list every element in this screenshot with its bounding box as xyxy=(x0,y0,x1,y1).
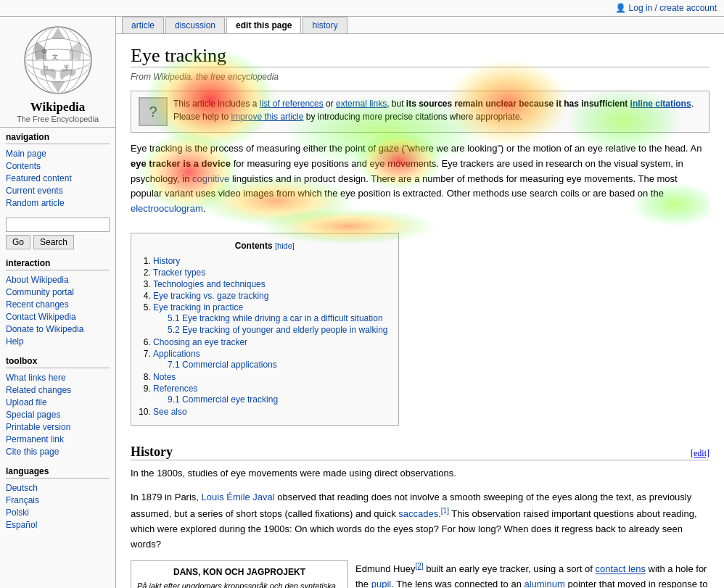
lang-deutsch[interactable]: Deutsch xyxy=(6,483,38,493)
cite-this-page-link[interactable]: Cite this page xyxy=(6,447,59,457)
lang-espanol[interactable]: Español xyxy=(6,520,37,530)
nav-random[interactable]: Random article xyxy=(6,198,65,208)
nav-list: Main page Contents Featured content Curr… xyxy=(6,147,110,209)
toc-box: Contents [hide] History Tracker types Te… xyxy=(131,233,399,426)
toolbox-title: toolbox xyxy=(6,356,110,368)
interaction-list: About Wikipedia Community portal Recent … xyxy=(6,273,110,347)
toc-walking[interactable]: 5.2 Eye tracking of younger and elderly … xyxy=(168,325,388,335)
tab-article[interactable]: article xyxy=(122,17,164,33)
nav-featured[interactable]: Featured content xyxy=(6,173,72,183)
article-intro: Eye tracking is the process of measuring… xyxy=(131,141,709,217)
improve-link[interactable]: improve this article xyxy=(231,112,303,122)
cognitive-link[interactable]: cognitive xyxy=(192,173,229,184)
ref1-link[interactable]: [1] xyxy=(441,507,449,515)
wiki-subtitle: The Free Encyclopedia xyxy=(4,115,112,123)
donate-link[interactable]: Donate to Wikipedia xyxy=(6,324,83,334)
help-link[interactable]: Help xyxy=(6,336,24,347)
toc-tracker-types[interactable]: Tracker types xyxy=(153,268,205,278)
huey-text: Edmund Huey[2] built an early eye tracke… xyxy=(355,560,709,588)
toc-applications[interactable]: Applications xyxy=(153,349,200,359)
svg-text:字: 字 xyxy=(64,65,69,70)
upload-file-link[interactable]: Upload file xyxy=(6,397,47,407)
sidebar: 文 Ω 字 拍 Wikipedia The Free Encyclopedia … xyxy=(0,17,116,588)
nav-item: Random article xyxy=(6,196,110,209)
toc-vs-gaze[interactable]: Eye tracking vs. gaze tracking xyxy=(153,291,268,301)
toc-list: History Tracker types Technologies and t… xyxy=(141,255,388,418)
toolbox-list: What links here Related changes Upload f… xyxy=(6,371,110,457)
javal-link[interactable]: Louis Émile Javal xyxy=(202,492,275,502)
external-links-link[interactable]: external links xyxy=(336,99,387,109)
nav-item: Current events xyxy=(6,184,110,196)
contact-wikipedia-link[interactable]: Contact Wikipedia xyxy=(6,312,76,322)
search-section: Go Search xyxy=(0,213,115,254)
ref2-link[interactable]: [2] xyxy=(415,562,423,570)
history-heading: History xyxy=(131,444,173,460)
go-button[interactable]: Go xyxy=(6,235,30,249)
login-link[interactable]: Log in / create account xyxy=(629,3,717,13)
pupil-link[interactable]: pupil xyxy=(371,579,391,588)
search-input[interactable] xyxy=(6,218,110,232)
about-wikipedia-link[interactable]: About Wikipedia xyxy=(6,275,69,285)
toc-title: Contents [hide] xyxy=(141,241,388,251)
lang-polski[interactable]: Polski xyxy=(6,508,29,518)
bottom-row: DANS, KON OCH JAGPROJEKT På jakt efter u… xyxy=(131,560,709,588)
svg-text:文: 文 xyxy=(52,54,58,60)
swedish-text: På jakt efter ungdomars kroppsspråk och … xyxy=(137,580,342,588)
main-content: article discussion edit this page histor… xyxy=(116,17,724,588)
references-link[interactable]: list of references xyxy=(260,99,324,109)
notice-box: ? This article includes a list of refere… xyxy=(131,91,709,133)
toc-hide[interactable]: [hide] xyxy=(275,241,295,250)
toc-choosing[interactable]: Choosing an eye tracker xyxy=(153,337,247,347)
tab-discussion[interactable]: discussion xyxy=(165,17,225,33)
wiki-globe: 文 Ω 字 拍 xyxy=(22,24,94,96)
what-links-here-link[interactable]: What links here xyxy=(6,373,66,383)
nav-item: Contents xyxy=(6,160,110,172)
languages-section: languages Deutsch Français Polski Españo… xyxy=(0,462,115,535)
saccades-link[interactable]: saccades xyxy=(398,508,438,519)
toc-in-practice[interactable]: Eye tracking in practice xyxy=(153,302,243,312)
swedish-title: DANS, KON OCH JAGPROJEKT xyxy=(137,567,342,577)
interaction-section: interaction About Wikipedia Community po… xyxy=(0,254,115,352)
interaction-title: interaction xyxy=(6,258,110,270)
languages-title: languages xyxy=(6,466,110,479)
tabs-bar: article discussion edit this page histor… xyxy=(116,17,724,34)
recent-changes-link[interactable]: Recent changes xyxy=(6,299,69,310)
community-portal-link[interactable]: Community portal xyxy=(6,287,74,297)
lang-francais[interactable]: Français xyxy=(6,495,39,505)
permanent-link-link[interactable]: Permanent link xyxy=(6,434,64,444)
toc-references[interactable]: References xyxy=(153,384,197,394)
toolbox-section: toolbox What links here Related changes … xyxy=(0,352,115,462)
page-title: Eye tracking xyxy=(131,45,709,67)
toc-technologies[interactable]: Technologies and techniques xyxy=(153,279,266,289)
tab-history[interactable]: history xyxy=(303,17,347,33)
special-pages-link[interactable]: Special pages xyxy=(6,410,60,420)
nav-main-page[interactable]: Main page xyxy=(6,149,46,159)
nav-contents[interactable]: Contents xyxy=(6,161,41,171)
aluminum-link[interactable]: aluminum xyxy=(524,579,564,588)
user-icon: 👤 xyxy=(615,3,626,13)
heatmap-overlay: Eye tracking From Wikipedia, the free en… xyxy=(131,45,709,588)
notice-text: This article includes a list of referenc… xyxy=(173,97,702,123)
nav-item: Featured content xyxy=(6,172,110,184)
toc-history[interactable]: History xyxy=(153,256,180,266)
toc-notes[interactable]: Notes xyxy=(153,372,176,382)
nav-section: navigation Main page Contents Featured c… xyxy=(0,128,115,213)
inline-citations-link[interactable]: inline citations xyxy=(630,99,691,109)
toc-commercial-eye[interactable]: 9.1 Commercial eye tracking xyxy=(168,394,278,405)
swedish-box: DANS, KON OCH JAGPROJEKT På jakt efter u… xyxy=(131,560,348,588)
history-section-title: History [edit] xyxy=(131,444,709,460)
related-changes-link[interactable]: Related changes xyxy=(6,385,71,395)
electrooculogram-link[interactable]: electrooculogram xyxy=(131,203,203,214)
history-edit-link[interactable]: [edit] xyxy=(691,448,709,458)
toc-commercial-apps[interactable]: 7.1 Commercial applications xyxy=(168,360,277,370)
toc-driving[interactable]: 5.1 Eye tracking while driving a car in … xyxy=(168,313,383,323)
search-button[interactable]: Search xyxy=(33,235,74,249)
toc-see-also[interactable]: See also xyxy=(153,407,187,417)
printable-version-link[interactable]: Printable version xyxy=(6,422,70,432)
nav-current[interactable]: Current events xyxy=(6,186,63,196)
languages-list: Deutsch Français Polski Español xyxy=(6,481,110,531)
svg-text:拍: 拍 xyxy=(43,65,48,70)
tab-edit[interactable]: edit this page xyxy=(226,17,301,33)
contact-lens-link[interactable]: contact lens xyxy=(596,564,646,575)
nav-title: navigation xyxy=(6,132,110,144)
